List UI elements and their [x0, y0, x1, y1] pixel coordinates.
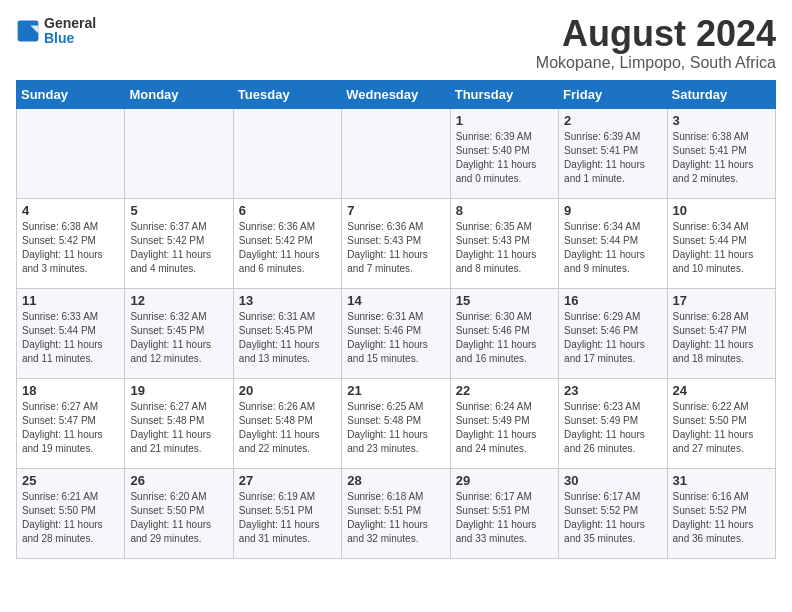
- calendar-cell: 22Sunrise: 6:24 AM Sunset: 5:49 PM Dayli…: [450, 379, 558, 469]
- calendar-cell: [125, 109, 233, 199]
- day-info: Sunrise: 6:17 AM Sunset: 5:52 PM Dayligh…: [564, 490, 661, 546]
- calendar-cell: 30Sunrise: 6:17 AM Sunset: 5:52 PM Dayli…: [559, 469, 667, 559]
- calendar-week-row: 18Sunrise: 6:27 AM Sunset: 5:47 PM Dayli…: [17, 379, 776, 469]
- day-info: Sunrise: 6:34 AM Sunset: 5:44 PM Dayligh…: [564, 220, 661, 276]
- calendar-cell: 24Sunrise: 6:22 AM Sunset: 5:50 PM Dayli…: [667, 379, 775, 469]
- day-number: 10: [673, 203, 770, 218]
- calendar-cell: 26Sunrise: 6:20 AM Sunset: 5:50 PM Dayli…: [125, 469, 233, 559]
- day-number: 13: [239, 293, 336, 308]
- day-info: Sunrise: 6:39 AM Sunset: 5:41 PM Dayligh…: [564, 130, 661, 186]
- calendar-cell: 5Sunrise: 6:37 AM Sunset: 5:42 PM Daylig…: [125, 199, 233, 289]
- calendar-cell: 15Sunrise: 6:30 AM Sunset: 5:46 PM Dayli…: [450, 289, 558, 379]
- day-number: 8: [456, 203, 553, 218]
- day-number: 25: [22, 473, 119, 488]
- day-number: 18: [22, 383, 119, 398]
- day-number: 26: [130, 473, 227, 488]
- calendar-week-row: 1Sunrise: 6:39 AM Sunset: 5:40 PM Daylig…: [17, 109, 776, 199]
- day-number: 11: [22, 293, 119, 308]
- weekday-header: Monday: [125, 81, 233, 109]
- calendar-cell: 9Sunrise: 6:34 AM Sunset: 5:44 PM Daylig…: [559, 199, 667, 289]
- day-number: 27: [239, 473, 336, 488]
- calendar-cell: 23Sunrise: 6:23 AM Sunset: 5:49 PM Dayli…: [559, 379, 667, 469]
- calendar-cell: 13Sunrise: 6:31 AM Sunset: 5:45 PM Dayli…: [233, 289, 341, 379]
- day-number: 3: [673, 113, 770, 128]
- calendar-cell: 16Sunrise: 6:29 AM Sunset: 5:46 PM Dayli…: [559, 289, 667, 379]
- weekday-header: Friday: [559, 81, 667, 109]
- calendar-cell: 25Sunrise: 6:21 AM Sunset: 5:50 PM Dayli…: [17, 469, 125, 559]
- location-title: Mokopane, Limpopo, South Africa: [536, 54, 776, 72]
- day-number: 16: [564, 293, 661, 308]
- calendar-cell: 19Sunrise: 6:27 AM Sunset: 5:48 PM Dayli…: [125, 379, 233, 469]
- day-number: 7: [347, 203, 444, 218]
- calendar-cell: 3Sunrise: 6:38 AM Sunset: 5:41 PM Daylig…: [667, 109, 775, 199]
- day-info: Sunrise: 6:24 AM Sunset: 5:49 PM Dayligh…: [456, 400, 553, 456]
- calendar-cell: 18Sunrise: 6:27 AM Sunset: 5:47 PM Dayli…: [17, 379, 125, 469]
- day-number: 29: [456, 473, 553, 488]
- day-info: Sunrise: 6:31 AM Sunset: 5:45 PM Dayligh…: [239, 310, 336, 366]
- day-info: Sunrise: 6:36 AM Sunset: 5:42 PM Dayligh…: [239, 220, 336, 276]
- weekday-header: Saturday: [667, 81, 775, 109]
- weekday-header-row: SundayMondayTuesdayWednesdayThursdayFrid…: [17, 81, 776, 109]
- day-info: Sunrise: 6:20 AM Sunset: 5:50 PM Dayligh…: [130, 490, 227, 546]
- day-info: Sunrise: 6:17 AM Sunset: 5:51 PM Dayligh…: [456, 490, 553, 546]
- calendar-cell: 1Sunrise: 6:39 AM Sunset: 5:40 PM Daylig…: [450, 109, 558, 199]
- day-number: 19: [130, 383, 227, 398]
- logo-text: General Blue: [44, 16, 96, 47]
- day-number: 30: [564, 473, 661, 488]
- calendar-week-row: 25Sunrise: 6:21 AM Sunset: 5:50 PM Dayli…: [17, 469, 776, 559]
- calendar-cell: [17, 109, 125, 199]
- day-number: 2: [564, 113, 661, 128]
- day-info: Sunrise: 6:26 AM Sunset: 5:48 PM Dayligh…: [239, 400, 336, 456]
- calendar-cell: 21Sunrise: 6:25 AM Sunset: 5:48 PM Dayli…: [342, 379, 450, 469]
- logo: General Blue: [16, 16, 96, 47]
- day-number: 22: [456, 383, 553, 398]
- day-info: Sunrise: 6:19 AM Sunset: 5:51 PM Dayligh…: [239, 490, 336, 546]
- weekday-header: Sunday: [17, 81, 125, 109]
- day-info: Sunrise: 6:22 AM Sunset: 5:50 PM Dayligh…: [673, 400, 770, 456]
- calendar-week-row: 11Sunrise: 6:33 AM Sunset: 5:44 PM Dayli…: [17, 289, 776, 379]
- day-number: 20: [239, 383, 336, 398]
- calendar-cell: 29Sunrise: 6:17 AM Sunset: 5:51 PM Dayli…: [450, 469, 558, 559]
- day-info: Sunrise: 6:31 AM Sunset: 5:46 PM Dayligh…: [347, 310, 444, 366]
- day-number: 23: [564, 383, 661, 398]
- day-info: Sunrise: 6:18 AM Sunset: 5:51 PM Dayligh…: [347, 490, 444, 546]
- day-info: Sunrise: 6:34 AM Sunset: 5:44 PM Dayligh…: [673, 220, 770, 276]
- logo-icon: [16, 19, 40, 43]
- day-number: 24: [673, 383, 770, 398]
- day-info: Sunrise: 6:23 AM Sunset: 5:49 PM Dayligh…: [564, 400, 661, 456]
- month-title: August 2024: [536, 16, 776, 52]
- day-number: 17: [673, 293, 770, 308]
- weekday-header: Thursday: [450, 81, 558, 109]
- calendar-cell: 20Sunrise: 6:26 AM Sunset: 5:48 PM Dayli…: [233, 379, 341, 469]
- calendar-cell: [342, 109, 450, 199]
- calendar-cell: 17Sunrise: 6:28 AM Sunset: 5:47 PM Dayli…: [667, 289, 775, 379]
- day-info: Sunrise: 6:33 AM Sunset: 5:44 PM Dayligh…: [22, 310, 119, 366]
- day-info: Sunrise: 6:32 AM Sunset: 5:45 PM Dayligh…: [130, 310, 227, 366]
- day-number: 4: [22, 203, 119, 218]
- calendar-cell: 28Sunrise: 6:18 AM Sunset: 5:51 PM Dayli…: [342, 469, 450, 559]
- calendar-cell: [233, 109, 341, 199]
- title-area: August 2024 Mokopane, Limpopo, South Afr…: [536, 16, 776, 72]
- day-number: 6: [239, 203, 336, 218]
- calendar-table: SundayMondayTuesdayWednesdayThursdayFrid…: [16, 80, 776, 559]
- calendar-cell: 8Sunrise: 6:35 AM Sunset: 5:43 PM Daylig…: [450, 199, 558, 289]
- day-info: Sunrise: 6:30 AM Sunset: 5:46 PM Dayligh…: [456, 310, 553, 366]
- day-info: Sunrise: 6:38 AM Sunset: 5:42 PM Dayligh…: [22, 220, 119, 276]
- day-info: Sunrise: 6:28 AM Sunset: 5:47 PM Dayligh…: [673, 310, 770, 366]
- calendar-cell: 14Sunrise: 6:31 AM Sunset: 5:46 PM Dayli…: [342, 289, 450, 379]
- day-info: Sunrise: 6:16 AM Sunset: 5:52 PM Dayligh…: [673, 490, 770, 546]
- day-number: 31: [673, 473, 770, 488]
- calendar-cell: 7Sunrise: 6:36 AM Sunset: 5:43 PM Daylig…: [342, 199, 450, 289]
- calendar-cell: 11Sunrise: 6:33 AM Sunset: 5:44 PM Dayli…: [17, 289, 125, 379]
- day-info: Sunrise: 6:36 AM Sunset: 5:43 PM Dayligh…: [347, 220, 444, 276]
- calendar-cell: 6Sunrise: 6:36 AM Sunset: 5:42 PM Daylig…: [233, 199, 341, 289]
- day-info: Sunrise: 6:39 AM Sunset: 5:40 PM Dayligh…: [456, 130, 553, 186]
- day-number: 21: [347, 383, 444, 398]
- logo-line2: Blue: [44, 31, 96, 46]
- logo-line1: General: [44, 16, 96, 31]
- day-number: 1: [456, 113, 553, 128]
- header: General Blue August 2024 Mokopane, Limpo…: [16, 16, 776, 72]
- day-number: 9: [564, 203, 661, 218]
- calendar-cell: 12Sunrise: 6:32 AM Sunset: 5:45 PM Dayli…: [125, 289, 233, 379]
- svg-rect-0: [18, 21, 39, 42]
